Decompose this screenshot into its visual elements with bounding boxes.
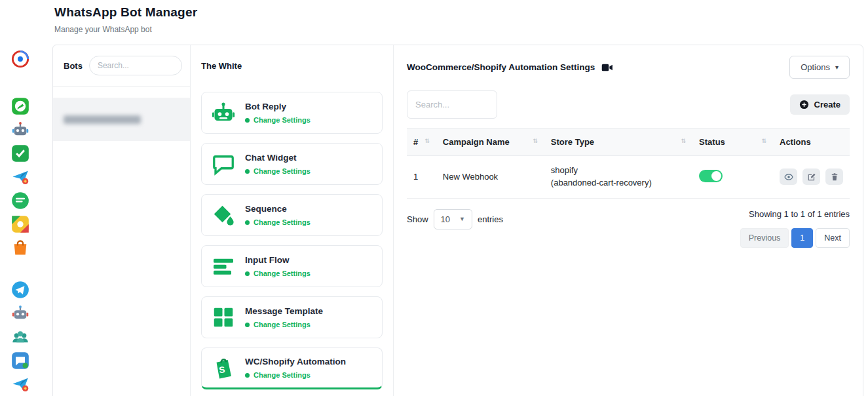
feature-card-message-template[interactable]: Message Template Change Settings: [201, 296, 383, 338]
feature-text: Bot Reply Change Settings: [245, 102, 311, 124]
whatsapp-icon[interactable]: [11, 97, 29, 115]
sort-icon: ⇅: [681, 137, 687, 146]
sort-icon: ⇅: [533, 137, 538, 146]
shopify-bag-icon: S: [211, 355, 236, 380]
change-settings-link[interactable]: Change Settings: [245, 167, 311, 175]
robot-icon-2[interactable]: [11, 304, 29, 323]
page-title: WhatsApp Bot Manager: [41, 0, 868, 20]
edit-icon: [807, 172, 816, 182]
feature-card-bot-reply[interactable]: Bot Reply Change Settings: [201, 92, 383, 134]
status-dot-icon: [245, 118, 250, 123]
status-dot-icon: [245, 169, 250, 174]
bot-name-title: The White: [201, 61, 383, 71]
change-settings-link[interactable]: Change Settings: [245, 321, 323, 328]
change-settings-link[interactable]: Change Settings: [245, 371, 346, 379]
grid-icon: [211, 305, 236, 330]
feature-card-sequence[interactable]: Sequence Change Settings: [201, 194, 383, 236]
plus-circle-icon: [799, 100, 809, 109]
change-settings-link[interactable]: Change Settings: [245, 218, 311, 226]
show-label: Show: [407, 214, 428, 224]
chevron-down-icon: ▼: [459, 216, 465, 222]
options-button[interactable]: Options ▾: [789, 56, 850, 79]
entries-label: entries: [478, 214, 503, 224]
svg-text:S: S: [218, 365, 225, 375]
feature-card-wc-shopify-automation[interactable]: S WC/Shopify Automation Change Settings: [201, 347, 383, 389]
telegram-icon[interactable]: [11, 281, 29, 299]
green-app-icon[interactable]: [11, 144, 29, 163]
feature-label: Sequence: [245, 204, 311, 214]
row-status: [692, 156, 773, 199]
automation-header: WooCommerce/Shopify Automation Settings …: [407, 56, 850, 79]
showing-entries-text: Showing 1 to 1 of 1 entries: [749, 209, 850, 219]
status-dot-icon: [245, 323, 250, 327]
create-button[interactable]: Create: [790, 94, 850, 115]
table-row: 1 New Webhook shopify (abandoned-cart-re…: [407, 156, 850, 199]
robot-icon: [211, 100, 236, 125]
column-header-campaign-name[interactable]: Campaign Name⇅: [436, 129, 544, 156]
main-content: WhatsApp Bot Manager Manage your WhatsAp…: [41, 0, 868, 396]
pagination: Previous 1 Next: [740, 228, 850, 248]
robot-icon[interactable]: [11, 121, 29, 139]
row-num: 1: [407, 156, 436, 199]
view-button[interactable]: [780, 168, 797, 185]
status-dot-icon: [245, 271, 250, 276]
page-subtitle: Manage your WhatsApp bot: [41, 20, 868, 34]
chat-app-icon[interactable]: [11, 351, 29, 370]
row-campaign-name: New Webhook: [436, 156, 544, 199]
feature-label: Message Template: [245, 306, 323, 316]
previous-page-button[interactable]: Previous: [740, 228, 789, 248]
paper-plane-colored-icon-2[interactable]: [11, 375, 29, 393]
bots-panel-header: Bots: [53, 45, 190, 87]
page: WhatsApp Bot Manager Manage your WhatsAp…: [0, 0, 868, 396]
chat-bubble-icon: [211, 151, 236, 176]
features-panel: The White Bot Reply Change Settings: [191, 45, 394, 396]
delete-button[interactable]: [825, 168, 843, 185]
feature-text: Sequence Change Settings: [245, 204, 311, 226]
paper-plane-colored-icon[interactable]: [11, 168, 29, 186]
bot-list-item[interactable]: [53, 98, 190, 141]
trash-icon: [830, 172, 839, 182]
sort-icon: ⇅: [761, 137, 766, 146]
feature-label: Bot Reply: [245, 102, 311, 111]
campaign-search-input[interactable]: [407, 90, 497, 119]
chat-bubble-icon[interactable]: [11, 191, 29, 210]
campaigns-table: #⇅ Campaign Name⇅ Store Type⇅ Status⇅: [407, 128, 850, 199]
feature-card-list: Bot Reply Change Settings Chat Wi: [201, 92, 383, 389]
change-settings-link[interactable]: Change Settings: [245, 269, 311, 277]
automation-title: WooCommerce/Shopify Automation Settings: [407, 62, 595, 72]
edit-button[interactable]: [802, 168, 820, 185]
per-page-select[interactable]: 10 ▼: [434, 209, 472, 229]
status-dot-icon: [245, 373, 250, 378]
status-toggle[interactable]: [699, 170, 723, 182]
column-header-status[interactable]: Status⇅: [692, 129, 773, 156]
shopping-bag-icon[interactable]: [11, 239, 29, 257]
feature-text: Input Flow Change Settings: [245, 255, 311, 277]
users-icon[interactable]: [11, 328, 29, 346]
feature-text: Chat Widget Change Settings: [245, 153, 311, 175]
status-dot-icon: [245, 220, 250, 225]
paint-drop-icon: [211, 203, 236, 228]
feature-card-input-flow[interactable]: Input Flow Change Settings: [201, 245, 383, 287]
table-footer: Show 10 ▼ entries Showing 1 to 1 of 1 en…: [407, 209, 850, 248]
bots-search-input[interactable]: [89, 56, 182, 75]
column-header-store-type[interactable]: Store Type⇅: [544, 129, 692, 156]
per-page-group: Show 10 ▼ entries: [407, 209, 503, 229]
page-1-button[interactable]: 1: [791, 228, 813, 248]
feature-label: Chat Widget: [245, 153, 311, 163]
next-page-button[interactable]: Next: [816, 228, 850, 248]
column-header-actions: Actions: [773, 129, 850, 156]
bot-manager-card: Bots The White Bot Reply: [52, 45, 863, 396]
automation-toolbar: Create: [407, 90, 850, 119]
bots-label: Bots: [64, 61, 83, 71]
multicolor-app-icon[interactable]: [11, 215, 29, 233]
video-camera-icon[interactable]: [601, 62, 613, 73]
row-store-type: shopify (abandoned-cart-recovery): [544, 156, 692, 199]
chevron-down-icon: ▾: [835, 64, 839, 71]
bot-name-blurred: [64, 115, 141, 124]
change-settings-link[interactable]: Change Settings: [245, 116, 311, 124]
compass-logo-icon[interactable]: [11, 50, 29, 68]
feature-card-chat-widget[interactable]: Chat Widget Change Settings: [201, 143, 383, 185]
feature-text: Message Template Change Settings: [245, 306, 323, 328]
app-sidebar: [0, 0, 41, 396]
column-header-num[interactable]: #⇅: [407, 129, 436, 156]
